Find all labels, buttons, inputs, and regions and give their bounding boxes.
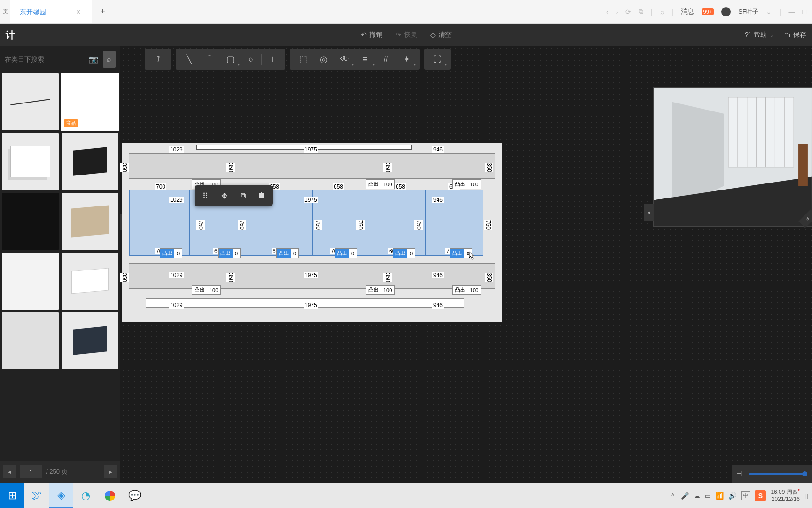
- preview-collapse-handle[interactable]: ◂: [644, 204, 654, 221]
- 3d-preview[interactable]: ◂ ≡: [653, 87, 812, 227]
- messages-label[interactable]: 消息: [681, 8, 694, 16]
- page-prev-button[interactable]: ◂: [3, 465, 16, 478]
- page-next-button[interactable]: ▸: [104, 465, 117, 478]
- help-button[interactable]: ?⃝帮助⌄: [745, 31, 773, 39]
- taskbar-app[interactable]: 🕊: [24, 483, 49, 508]
- copy-icon[interactable]: ⧉: [639, 8, 643, 16]
- active-tab[interactable]: 东开馨园 ×: [10, 0, 92, 23]
- taskbar-app[interactable]: ◈: [49, 483, 73, 508]
- material-thumb[interactable]: 商品: [62, 73, 118, 130]
- user-avatar[interactable]: [721, 7, 731, 16]
- material-thumb[interactable]: [62, 193, 118, 250]
- target-tool-icon[interactable]: ◎: [313, 49, 334, 70]
- grid-menu-icon[interactable]: ⠿: [196, 187, 214, 204]
- 3d-preview-render: [654, 88, 812, 226]
- save-label: 保存: [793, 31, 806, 39]
- rect-tool-icon[interactable]: ▢▾: [220, 49, 241, 70]
- nav-fwd-icon[interactable]: ›: [616, 8, 618, 16]
- maximize-icon[interactable]: □: [803, 8, 806, 16]
- taskbar-app[interactable]: [98, 483, 122, 508]
- extrude-value-input[interactable]: 0: [407, 250, 415, 257]
- dim-label: 946: [432, 272, 444, 278]
- extrude-value-input[interactable]: 0: [291, 250, 298, 257]
- close-tab-icon[interactable]: ×: [74, 8, 82, 16]
- taskbar-app[interactable]: 💬: [122, 483, 147, 508]
- extrude-value-input[interactable]: 0: [233, 250, 240, 257]
- tray-mic-icon[interactable]: 🎤: [681, 492, 689, 500]
- minimize-icon[interactable]: —: [789, 8, 795, 16]
- material-thumb[interactable]: [62, 253, 118, 310]
- map-icon[interactable]: ⛶▾: [427, 49, 448, 70]
- dim-label: 750: [196, 220, 205, 230]
- dim-label: 1029: [169, 302, 184, 309]
- tray-chevron-icon[interactable]: ＾: [670, 492, 676, 500]
- material-thumb[interactable]: [2, 312, 59, 369]
- extrude-value-input[interactable]: 0: [174, 250, 182, 257]
- upload-icon[interactable]: ⤴: [148, 49, 168, 70]
- select-tool-icon[interactable]: ⬚: [293, 49, 313, 70]
- page-input[interactable]: [20, 465, 42, 478]
- extrude-label: 凸出: [192, 286, 207, 294]
- extrude-value: 100: [381, 286, 394, 294]
- align-tool-icon[interactable]: ≡▾: [355, 49, 375, 70]
- search-button[interactable]: ⌕: [103, 51, 116, 68]
- angle-tool-icon[interactable]: ⟂: [262, 49, 282, 70]
- home-tab[interactable]: 页: [0, 0, 10, 24]
- product-badge: 商品: [64, 119, 78, 127]
- redo-button[interactable]: ↷恢复: [396, 31, 417, 39]
- material-grid: 商品: [0, 73, 120, 461]
- extrude-value: 100: [381, 181, 394, 188]
- material-thumb[interactable]: [2, 73, 59, 130]
- zoom-out-icon[interactable]: −⃝: [737, 469, 744, 478]
- tray-clock[interactable]: 16:09 周四• 2021/12/16: [771, 489, 800, 502]
- search-input[interactable]: [5, 56, 87, 63]
- move-icon[interactable]: ✥: [215, 187, 233, 204]
- svg-rect-10: [798, 144, 808, 186]
- image-search-icon[interactable]: 📷: [87, 51, 100, 68]
- nav-back-icon[interactable]: ‹: [606, 8, 609, 16]
- arc-tool-icon[interactable]: ⌒: [199, 49, 220, 70]
- brush-icon[interactable]: ✦▾: [396, 49, 417, 70]
- extrude-value-input[interactable]: 0: [464, 250, 472, 257]
- tray-notifications-icon[interactable]: ▯: [804, 492, 808, 500]
- undo-button[interactable]: ↶撤销: [361, 31, 383, 39]
- tray-battery-icon[interactable]: ▭: [705, 492, 711, 500]
- zoom-control: −⃝: [732, 465, 812, 483]
- save-button[interactable]: 🗀保存: [784, 31, 806, 39]
- extrude-label: 凸出: [453, 180, 468, 189]
- user-dropdown-icon[interactable]: ⌄: [766, 8, 772, 16]
- taskbar-app[interactable]: ◔: [73, 483, 98, 508]
- extrude-value: 100: [207, 286, 220, 294]
- material-thumb[interactable]: [62, 312, 118, 369]
- taskbar-app[interactable]: ⊞: [0, 483, 24, 508]
- tray-wifi-icon[interactable]: 📶: [716, 492, 724, 500]
- visibility-icon[interactable]: 👁▾: [334, 49, 355, 70]
- refresh-icon[interactable]: ⟳: [625, 8, 631, 16]
- zoom-slider[interactable]: [749, 473, 807, 475]
- dim-label: 658: [395, 183, 406, 190]
- clear-button[interactable]: ◇清空: [430, 31, 452, 39]
- material-thumb[interactable]: [2, 253, 59, 310]
- username: SF叶子: [738, 8, 758, 16]
- clear-label: 清空: [438, 31, 452, 39]
- tray-volume-icon[interactable]: 🔊: [728, 492, 736, 500]
- material-thumb[interactable]: [2, 133, 59, 190]
- extrude-value-input[interactable]: 0: [349, 250, 357, 257]
- material-thumb[interactable]: [62, 133, 118, 190]
- line-tool-icon[interactable]: ╲: [179, 49, 199, 70]
- material-thumb[interactable]: [2, 193, 59, 250]
- circle-tool-icon[interactable]: ○: [241, 49, 261, 70]
- dim-label: 350: [485, 163, 493, 172]
- extrude-badge: 凸出: [393, 249, 407, 258]
- canvas[interactable]: ⤴ ╲ ⌒ ▢▾ ○ ⟂ ⬚ ◎ 👁▾ ≡▾ # ✦▾ ⛶▾ ◂: [120, 46, 812, 483]
- dim-label: 350: [383, 273, 392, 282]
- search-icon[interactable]: ⌕: [660, 8, 664, 16]
- tray-ime-icon[interactable]: 中: [741, 491, 750, 500]
- new-tab-button[interactable]: +: [92, 7, 114, 16]
- grid-icon[interactable]: #: [375, 49, 396, 70]
- tray-cloud-icon[interactable]: ☁: [694, 492, 700, 500]
- delete-icon[interactable]: 🗑: [253, 187, 271, 204]
- floorplan[interactable]: 1029 1975 946 700 658 658 658 617 凸出100 …: [122, 143, 502, 322]
- tray-sogou-icon[interactable]: S: [755, 490, 766, 501]
- duplicate-icon[interactable]: ⧉: [234, 187, 252, 204]
